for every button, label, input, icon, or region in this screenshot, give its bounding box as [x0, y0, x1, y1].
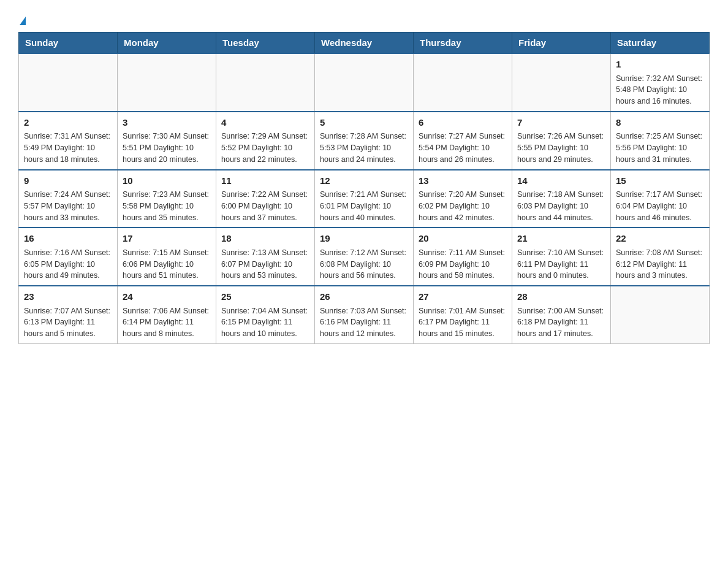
- calendar-day: 26Sunrise: 7:03 AM Sunset: 6:16 PM Dayli…: [315, 286, 414, 343]
- day-info: Sunrise: 7:01 AM Sunset: 6:17 PM Dayligh…: [419, 305, 507, 340]
- day-info: Sunrise: 7:21 AM Sunset: 6:01 PM Dayligh…: [320, 189, 408, 223]
- day-info: Sunrise: 7:31 AM Sunset: 5:49 PM Dayligh…: [24, 131, 112, 165]
- calendar-header-row: SundayMondayTuesdayWednesdayThursdayFrid…: [19, 33, 710, 54]
- day-info: Sunrise: 7:29 AM Sunset: 5:52 PM Dayligh…: [221, 131, 309, 165]
- day-number: 17: [123, 232, 211, 246]
- calendar-day: 23Sunrise: 7:07 AM Sunset: 6:13 PM Dayli…: [19, 286, 118, 343]
- calendar-day: 27Sunrise: 7:01 AM Sunset: 6:17 PM Dayli…: [414, 286, 512, 343]
- day-info: Sunrise: 7:30 AM Sunset: 5:51 PM Dayligh…: [123, 131, 211, 165]
- day-info: Sunrise: 7:23 AM Sunset: 5:58 PM Dayligh…: [123, 189, 211, 223]
- day-info: Sunrise: 7:04 AM Sunset: 6:15 PM Dayligh…: [221, 305, 309, 340]
- calendar-day: 21Sunrise: 7:10 AM Sunset: 6:11 PM Dayli…: [512, 228, 611, 286]
- day-number: 20: [419, 232, 507, 246]
- calendar-day: 16Sunrise: 7:16 AM Sunset: 6:05 PM Dayli…: [19, 228, 118, 286]
- day-number: 2: [24, 116, 112, 130]
- day-number: 18: [221, 232, 309, 246]
- day-info: Sunrise: 7:15 AM Sunset: 6:06 PM Dayligh…: [123, 247, 211, 282]
- calendar-day: 8Sunrise: 7:25 AM Sunset: 5:56 PM Daylig…: [611, 112, 710, 170]
- day-number: 6: [419, 116, 507, 130]
- day-number: 28: [517, 290, 605, 304]
- logo-line1: [18, 12, 26, 26]
- calendar-day: 14Sunrise: 7:18 AM Sunset: 6:03 PM Dayli…: [512, 170, 611, 228]
- calendar-day: [216, 53, 315, 112]
- calendar-day: [611, 286, 710, 343]
- calendar-day: 1Sunrise: 7:32 AM Sunset: 5:48 PM Daylig…: [611, 53, 710, 112]
- day-info: Sunrise: 7:27 AM Sunset: 5:54 PM Dayligh…: [419, 131, 507, 165]
- day-number: 24: [123, 290, 211, 304]
- day-number: 16: [24, 232, 112, 246]
- day-number: 8: [616, 116, 704, 130]
- day-number: 25: [221, 290, 309, 304]
- day-of-week-header: Friday: [512, 33, 611, 54]
- day-number: 7: [517, 116, 605, 130]
- day-of-week-header: Monday: [118, 33, 216, 54]
- calendar-day: [512, 53, 611, 112]
- week-row: 16Sunrise: 7:16 AM Sunset: 6:05 PM Dayli…: [19, 228, 710, 286]
- day-info: Sunrise: 7:08 AM Sunset: 6:12 PM Dayligh…: [616, 247, 704, 282]
- day-info: Sunrise: 7:26 AM Sunset: 5:55 PM Dayligh…: [517, 131, 605, 165]
- day-number: 22: [616, 232, 704, 246]
- calendar-day: 10Sunrise: 7:23 AM Sunset: 5:58 PM Dayli…: [118, 170, 216, 228]
- calendar-day: 7Sunrise: 7:26 AM Sunset: 5:55 PM Daylig…: [512, 112, 611, 170]
- calendar-day: 3Sunrise: 7:30 AM Sunset: 5:51 PM Daylig…: [118, 112, 216, 170]
- day-info: Sunrise: 7:25 AM Sunset: 5:56 PM Dayligh…: [616, 131, 704, 165]
- calendar-day: [118, 53, 216, 112]
- logo: [18, 12, 26, 26]
- day-info: Sunrise: 7:10 AM Sunset: 6:11 PM Dayligh…: [517, 247, 605, 282]
- calendar-day: [414, 53, 512, 112]
- calendar-day: 28Sunrise: 7:00 AM Sunset: 6:18 PM Dayli…: [512, 286, 611, 343]
- calendar-day: 20Sunrise: 7:11 AM Sunset: 6:09 PM Dayli…: [414, 228, 512, 286]
- day-number: 15: [616, 174, 704, 188]
- day-number: 19: [320, 232, 408, 246]
- calendar-day: 6Sunrise: 7:27 AM Sunset: 5:54 PM Daylig…: [414, 112, 512, 170]
- day-number: 4: [221, 116, 309, 130]
- day-info: Sunrise: 7:12 AM Sunset: 6:08 PM Dayligh…: [320, 247, 408, 282]
- calendar-day: 12Sunrise: 7:21 AM Sunset: 6:01 PM Dayli…: [315, 170, 414, 228]
- day-info: Sunrise: 7:03 AM Sunset: 6:16 PM Dayligh…: [320, 305, 408, 340]
- day-of-week-header: Saturday: [611, 33, 710, 54]
- day-number: 21: [517, 232, 605, 246]
- week-row: 2Sunrise: 7:31 AM Sunset: 5:49 PM Daylig…: [19, 112, 710, 170]
- calendar-day: 25Sunrise: 7:04 AM Sunset: 6:15 PM Dayli…: [216, 286, 315, 343]
- day-number: 9: [24, 174, 112, 188]
- calendar-day: [19, 53, 118, 112]
- day-info: Sunrise: 7:11 AM Sunset: 6:09 PM Dayligh…: [419, 247, 507, 282]
- calendar-day: 22Sunrise: 7:08 AM Sunset: 6:12 PM Dayli…: [611, 228, 710, 286]
- day-info: Sunrise: 7:06 AM Sunset: 6:14 PM Dayligh…: [123, 305, 211, 340]
- calendar-day: 19Sunrise: 7:12 AM Sunset: 6:08 PM Dayli…: [315, 228, 414, 286]
- day-info: Sunrise: 7:16 AM Sunset: 6:05 PM Dayligh…: [24, 247, 112, 282]
- day-info: Sunrise: 7:07 AM Sunset: 6:13 PM Dayligh…: [24, 305, 112, 340]
- day-info: Sunrise: 7:13 AM Sunset: 6:07 PM Dayligh…: [221, 247, 309, 282]
- calendar-day: 24Sunrise: 7:06 AM Sunset: 6:14 PM Dayli…: [118, 286, 216, 343]
- week-row: 9Sunrise: 7:24 AM Sunset: 5:57 PM Daylig…: [19, 170, 710, 228]
- day-number: 14: [517, 174, 605, 188]
- day-number: 23: [24, 290, 112, 304]
- calendar-day: 4Sunrise: 7:29 AM Sunset: 5:52 PM Daylig…: [216, 112, 315, 170]
- day-number: 13: [419, 174, 507, 188]
- calendar-day: 2Sunrise: 7:31 AM Sunset: 5:49 PM Daylig…: [19, 112, 118, 170]
- day-info: Sunrise: 7:17 AM Sunset: 6:04 PM Dayligh…: [616, 189, 704, 223]
- day-of-week-header: Sunday: [19, 33, 118, 54]
- day-of-week-header: Thursday: [414, 33, 512, 54]
- day-info: Sunrise: 7:20 AM Sunset: 6:02 PM Dayligh…: [419, 189, 507, 223]
- day-info: Sunrise: 7:24 AM Sunset: 5:57 PM Dayligh…: [24, 189, 112, 223]
- calendar-day: 9Sunrise: 7:24 AM Sunset: 5:57 PM Daylig…: [19, 170, 118, 228]
- logo-triangle-icon: [20, 17, 26, 25]
- calendar-day: 17Sunrise: 7:15 AM Sunset: 6:06 PM Dayli…: [118, 228, 216, 286]
- calendar-table: SundayMondayTuesdayWednesdayThursdayFrid…: [18, 32, 710, 344]
- day-number: 12: [320, 174, 408, 188]
- day-number: 3: [123, 116, 211, 130]
- day-number: 27: [419, 290, 507, 304]
- day-number: 5: [320, 116, 408, 130]
- day-of-week-header: Wednesday: [315, 33, 414, 54]
- calendar-day: 15Sunrise: 7:17 AM Sunset: 6:04 PM Dayli…: [611, 170, 710, 228]
- day-info: Sunrise: 7:00 AM Sunset: 6:18 PM Dayligh…: [517, 305, 605, 340]
- day-info: Sunrise: 7:18 AM Sunset: 6:03 PM Dayligh…: [517, 189, 605, 223]
- day-info: Sunrise: 7:22 AM Sunset: 6:00 PM Dayligh…: [221, 189, 309, 223]
- day-info: Sunrise: 7:28 AM Sunset: 5:53 PM Dayligh…: [320, 131, 408, 165]
- page-header: [18, 12, 710, 26]
- day-number: 26: [320, 290, 408, 304]
- day-number: 1: [616, 58, 704, 72]
- calendar-day: 5Sunrise: 7:28 AM Sunset: 5:53 PM Daylig…: [315, 112, 414, 170]
- week-row: 1Sunrise: 7:32 AM Sunset: 5:48 PM Daylig…: [19, 53, 710, 112]
